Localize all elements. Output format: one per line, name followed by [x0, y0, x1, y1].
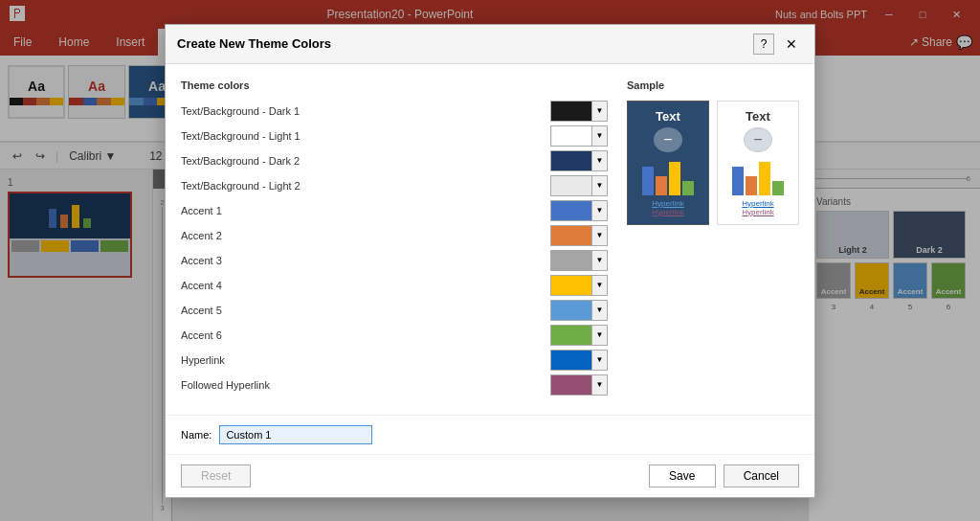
color-row-11: Hyperlink ▼ — [181, 350, 608, 371]
color-swatch-5 — [551, 201, 591, 220]
color-picker-4[interactable]: ▼ — [550, 175, 608, 196]
reset-button[interactable]: Reset — [181, 464, 251, 487]
sample-light: Text − Hyperlink Hyperlink — [717, 101, 799, 225]
sample-light-text: Text — [746, 109, 770, 124]
color-label-9: Accent 5 — [181, 305, 550, 316]
color-row-9: Accent 5 ▼ — [181, 300, 608, 321]
color-row-4: Text/Background - Light 2 ▼ — [181, 175, 608, 196]
sample-dark: Text − Hyperlink Hyperlink — [627, 101, 709, 225]
color-picker-9[interactable]: ▼ — [550, 300, 608, 321]
color-dropdown-arrow-3: ▼ — [591, 151, 607, 170]
dialog-close-button[interactable]: ✕ — [780, 33, 803, 56]
color-dropdown-arrow-2: ▼ — [591, 126, 607, 146]
color-label-11: Hyperlink — [181, 354, 550, 366]
color-picker-2[interactable]: ▼ — [550, 125, 608, 147]
color-row-10: Accent 6 ▼ — [181, 325, 608, 346]
color-swatch-4 — [551, 176, 591, 195]
save-button[interactable]: Save — [649, 464, 716, 487]
color-row-1: Text/Background - Dark 1 ▼ — [181, 101, 608, 122]
sample-light-chart — [732, 162, 784, 195]
color-swatch-11 — [551, 351, 591, 370]
sample-light-hyperlink[interactable]: Hyperlink — [742, 199, 773, 208]
color-row-3: Text/Background - Dark 2 ▼ — [181, 150, 608, 171]
dialog-titlebar: Create New Theme Colors ? ✕ — [166, 25, 814, 64]
color-picker-7[interactable]: ▼ — [550, 250, 608, 271]
color-label-3: Text/Background - Dark 2 — [181, 155, 550, 167]
sample-dark-text: Text — [656, 109, 680, 124]
color-label-1: Text/Background - Dark 1 — [181, 105, 550, 117]
dialog-footer: Reset Save Cancel — [166, 454, 814, 497]
dialog: Create New Theme Colors ? ✕ Theme colors… — [165, 24, 815, 498]
modal-overlay: Create New Theme Colors ? ✕ Theme colors… — [0, 0, 980, 521]
color-swatch-3 — [551, 151, 591, 170]
color-label-8: Accent 4 — [181, 280, 550, 291]
name-label: Name: — [181, 429, 212, 441]
color-dropdown-arrow-10: ▼ — [591, 326, 607, 345]
color-dropdown-arrow-5: ▼ — [591, 201, 607, 220]
color-dropdown-arrow-8: ▼ — [591, 276, 607, 295]
sample-section: Sample Text − Hyper — [627, 79, 799, 399]
color-label-4: Text/Background - Light 2 — [181, 180, 550, 192]
color-swatch-8 — [551, 276, 591, 295]
color-picker-11[interactable]: ▼ — [550, 350, 608, 371]
sample-dark-chart — [642, 162, 694, 195]
theme-colors-section: Theme colors Text/Background - Dark 1 ▼ … — [181, 79, 608, 399]
color-swatch-1 — [551, 102, 591, 121]
color-label-2: Text/Background - Light 1 — [181, 130, 550, 142]
name-input[interactable] — [219, 425, 372, 444]
color-swatch-6 — [551, 226, 591, 245]
dialog-body: Theme colors Text/Background - Dark 1 ▼ … — [166, 64, 814, 415]
color-picker-6[interactable]: ▼ — [550, 225, 608, 246]
dialog-title: Create New Theme Colors — [177, 36, 331, 51]
color-label-7: Accent 3 — [181, 255, 550, 266]
color-picker-8[interactable]: ▼ — [550, 275, 608, 296]
color-row-5: Accent 1 ▼ — [181, 200, 608, 221]
color-picker-3[interactable]: ▼ — [550, 150, 608, 171]
color-picker-10[interactable]: ▼ — [550, 325, 608, 346]
color-dropdown-arrow-7: ▼ — [591, 251, 607, 270]
color-dropdown-arrow-4: ▼ — [591, 176, 607, 195]
sample-dark-followed[interactable]: Hyperlink — [652, 208, 683, 216]
color-dropdown-arrow-6: ▼ — [591, 226, 607, 245]
name-row: Name: — [166, 415, 814, 454]
color-label-6: Accent 2 — [181, 230, 550, 241]
color-row-7: Accent 3 ▼ — [181, 250, 608, 271]
color-swatch-12 — [551, 375, 591, 395]
sample-dark-hyperlink[interactable]: Hyperlink — [652, 199, 683, 208]
color-row-6: Accent 2 ▼ — [181, 225, 608, 246]
cancel-button[interactable]: Cancel — [724, 464, 799, 487]
color-dropdown-arrow-11: ▼ — [591, 351, 607, 370]
color-dropdown-arrow-12: ▼ — [591, 375, 607, 395]
color-picker-5[interactable]: ▼ — [550, 200, 608, 221]
color-picker-1[interactable]: ▼ — [550, 101, 608, 122]
color-row-8: Accent 4 ▼ — [181, 275, 608, 296]
color-row-2: Text/Background - Light 1 ▼ — [181, 125, 608, 147]
color-label-12: Followed Hyperlink — [181, 379, 550, 391]
color-dropdown-arrow-9: ▼ — [591, 301, 607, 320]
dialog-help-button[interactable]: ? — [753, 34, 774, 55]
color-swatch-2 — [551, 126, 591, 146]
color-swatch-9 — [551, 301, 591, 320]
color-picker-12[interactable]: ▼ — [550, 374, 608, 396]
color-row-12: Followed Hyperlink ▼ — [181, 374, 608, 396]
color-label-10: Accent 6 — [181, 329, 550, 341]
color-dropdown-arrow-1: ▼ — [591, 102, 607, 121]
color-swatch-10 — [551, 326, 591, 345]
color-swatch-7 — [551, 251, 591, 270]
color-label-5: Accent 1 — [181, 205, 550, 216]
sample-container: Text − Hyperlink Hyperlink — [627, 101, 799, 225]
sample-light-followed[interactable]: Hyperlink — [742, 208, 773, 216]
sample-heading: Sample — [627, 79, 799, 91]
theme-colors-heading: Theme colors — [181, 79, 608, 91]
